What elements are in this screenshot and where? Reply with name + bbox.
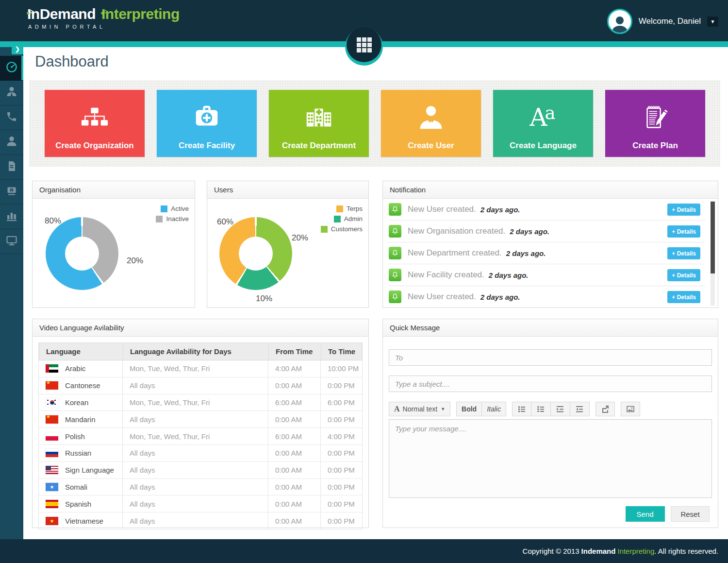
table-row: VietnameseAll days0:00 AM0:00 PM: [39, 512, 362, 529]
days-cell: Mon, Tue, Wed, Thur, Fri: [122, 428, 268, 444]
logo-secondary: Interpreting: [101, 6, 180, 22]
notification-message: New Department created.: [408, 248, 502, 258]
language-cell: Spanish: [39, 495, 122, 512]
details-button[interactable]: + Details: [667, 269, 700, 281]
create-language-tile[interactable]: Aa Create Language: [493, 90, 593, 157]
format-dropdown[interactable]: ANormal text▼: [389, 402, 450, 416]
legend-label: Inactive: [166, 215, 189, 222]
person-tie-icon: [5, 85, 18, 100]
table-row: CantoneseAll days0:00 AM0:00 PM: [39, 377, 362, 394]
create-plan-tile[interactable]: Create Plan: [605, 90, 705, 157]
details-button[interactable]: + Details: [667, 247, 700, 259]
signal-icon: [27, 1, 34, 18]
tile-label: Create Organization: [55, 141, 134, 151]
legend-swatch: [161, 205, 167, 212]
italic-button[interactable]: Italic: [482, 402, 506, 416]
medical-bag-icon: [192, 90, 222, 141]
legend-label: Admin: [344, 215, 363, 222]
user-menu[interactable]: Welcome, Daniel ▼: [607, 9, 718, 34]
scrollbar-thumb[interactable]: [711, 202, 715, 273]
days-cell: All days: [122, 495, 268, 512]
notification-message: New Organisation created.: [408, 226, 505, 236]
send-button[interactable]: Send: [626, 506, 665, 522]
sidebar-item-documents[interactable]: [0, 155, 23, 180]
table-row: SpanishAll days0:00 AM0:00 PM: [39, 495, 362, 512]
legend-label: Active: [171, 205, 189, 212]
flag-ae-icon: [46, 364, 58, 373]
to-time-cell: 0:00 PM: [320, 445, 362, 461]
panel-title: Users: [207, 181, 368, 199]
notification-time: 2 days ago.: [480, 293, 520, 301]
tile-band: Create Organization Create Facility Crea…: [29, 80, 720, 167]
org-chart-icon: [80, 90, 110, 141]
from-time-cell: 0:00 AM: [268, 495, 320, 512]
flag-so-icon: [46, 483, 58, 491]
message-textarea[interactable]: [389, 419, 712, 498]
user-suit-icon: [416, 90, 446, 141]
legend-item: Admin: [321, 214, 363, 224]
details-button[interactable]: + Details: [667, 204, 700, 216]
language-name: Polish: [65, 432, 85, 441]
panel-title: Video Language Avilability: [33, 319, 368, 337]
from-time-cell: 0:00 AM: [268, 479, 320, 495]
scrollbar-track[interactable]: [711, 201, 715, 306]
numbered-list-button[interactable]: [531, 402, 551, 416]
organisation-donut-chart: [46, 217, 118, 290]
legend-item: Inactive: [156, 214, 189, 224]
sidebar-item-devices[interactable]: [0, 229, 23, 254]
signal-icon: [101, 1, 108, 18]
flag-vn-icon: [46, 517, 58, 525]
grid-badge-inner: [347, 27, 381, 62]
logo-subtitle: ADMIN PORTAL: [28, 24, 180, 30]
column-header-to-time: To Time: [321, 343, 362, 360]
notification-row: New Department created.2 days ago.+ Deta…: [389, 242, 705, 264]
sidebar-item-admin-user[interactable]: [0, 81, 23, 105]
notification-message: New Facility created.: [408, 270, 484, 280]
users-panel: Users 60% 20% 10% TerpsAdminCustomers: [207, 181, 369, 308]
insert-image-button[interactable]: [621, 402, 640, 416]
table-row: Sign LanguageAll days0:00 AM0:00 PM: [39, 462, 362, 479]
bold-button[interactable]: Bold: [456, 402, 482, 416]
tile-label: Create Department: [282, 141, 356, 151]
sidebar-item-calls[interactable]: [0, 105, 23, 130]
details-button[interactable]: + Details: [667, 225, 700, 238]
reset-button[interactable]: Reset: [671, 506, 710, 522]
sidebar-expand-button[interactable]: ❯: [12, 44, 23, 54]
outdent-button[interactable]: [570, 402, 590, 416]
create-organization-tile[interactable]: Create Organization: [45, 90, 145, 157]
sidebar-item-reports[interactable]: [0, 205, 23, 229]
flag-cn-icon: [46, 415, 58, 424]
indent-button[interactable]: [551, 402, 570, 416]
language-name: Somali: [65, 483, 87, 491]
legend-swatch: [156, 216, 163, 222]
dollar-icon: $: [5, 185, 18, 199]
to-time-cell: 0:00 PM: [320, 512, 362, 529]
language-table: Language Language Avilability for Days F…: [38, 342, 363, 529]
sidebar-item-billing[interactable]: $: [0, 180, 23, 205]
create-facility-tile[interactable]: Create Facility: [157, 90, 257, 157]
share-button[interactable]: [596, 402, 615, 416]
sidebar-item-users[interactable]: [0, 130, 23, 155]
welcome-text: Welcome, Daniel: [639, 17, 701, 26]
monitor-icon: [5, 234, 18, 249]
to-input[interactable]: [389, 349, 712, 366]
terps-percent-label: 60%: [217, 217, 233, 227]
subject-input[interactable]: [389, 375, 712, 392]
avatar[interactable]: [607, 9, 632, 34]
bullet-list-button[interactable]: [512, 402, 531, 416]
document-icon: [5, 160, 18, 174]
language-name: Vietnamese: [65, 517, 103, 525]
user-dropdown-caret[interactable]: ▼: [707, 17, 718, 27]
footer-brand: Indemand: [581, 547, 616, 555]
panel-title: Organisation: [33, 181, 195, 199]
details-button[interactable]: + Details: [667, 291, 700, 303]
sidebar-item-dashboard[interactable]: [0, 56, 23, 81]
days-cell: All days: [122, 445, 268, 461]
create-user-tile[interactable]: Create User: [381, 90, 481, 157]
days-cell: All days: [122, 512, 268, 529]
days-cell: Mon, Tue, Wed, Thur, Fri: [122, 394, 268, 411]
legend-swatch: [321, 226, 328, 233]
grid-badge[interactable]: [345, 28, 383, 66]
create-department-tile[interactable]: Create Department: [269, 90, 369, 157]
quick-message-body: ANormal text▼ BoldItalic Send Reset: [383, 349, 718, 522]
